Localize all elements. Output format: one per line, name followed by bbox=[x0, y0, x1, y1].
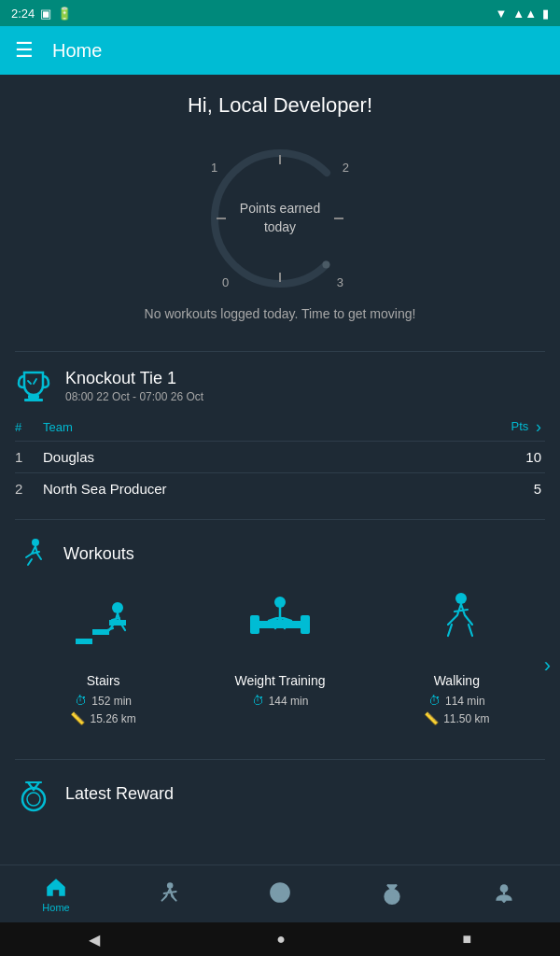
activity-icon bbox=[156, 880, 180, 905]
battery-full-icon: ▮ bbox=[542, 7, 549, 21]
col-team: Team bbox=[43, 414, 437, 442]
workouts-chevron-icon[interactable]: › bbox=[544, 654, 551, 678]
knockout-header: Knockout Tie 1 08:00 22 Oct - 07:00 26 O… bbox=[15, 367, 545, 404]
battery-icon: 🔋 bbox=[57, 7, 72, 21]
trophy-icon bbox=[15, 367, 52, 404]
svg-rect-15 bbox=[301, 615, 310, 634]
leaderboard-table: # Team Pts › 1 Douglas 10 2 North Sea Pr… bbox=[15, 414, 545, 504]
stairs-figure bbox=[66, 587, 141, 662]
bottom-nav: Home bbox=[0, 865, 560, 922]
svg-point-16 bbox=[274, 597, 286, 608]
svg-point-12 bbox=[112, 602, 123, 613]
workout-card-weight-training[interactable]: Weight Training ⏱ 144 min bbox=[191, 587, 368, 726]
svg-point-19 bbox=[27, 793, 40, 806]
walking-figure bbox=[419, 587, 494, 662]
page-title: Home bbox=[52, 40, 102, 62]
col-hash: # bbox=[15, 414, 43, 442]
notification-icon: ▣ bbox=[40, 7, 51, 21]
gauge-container: 1 2 0 3 Points earned today bbox=[196, 134, 364, 302]
svg-point-22 bbox=[276, 889, 285, 897]
svg-rect-9 bbox=[76, 639, 92, 644]
team-2: North Sea Producer bbox=[43, 473, 437, 505]
pts-2: 5 bbox=[437, 473, 545, 505]
stairs-distance: 📏 15.26 km bbox=[22, 711, 184, 725]
walking-time: ⏱ 114 min bbox=[376, 694, 538, 708]
svg-point-29 bbox=[389, 893, 396, 900]
points-gauge-section: 1 2 0 3 Points earned today No workouts … bbox=[0, 125, 560, 351]
rank-1: 1 bbox=[15, 442, 43, 473]
workouts-icon bbox=[15, 535, 52, 572]
svg-rect-14 bbox=[250, 615, 259, 634]
main-content: Hi, Local Developer! 1 2 0 3 Points bbox=[0, 75, 560, 865]
ruler-icon: 📏 bbox=[70, 711, 85, 725]
stairs-name: Stairs bbox=[22, 673, 184, 688]
svg-point-30 bbox=[500, 884, 509, 893]
svg-point-18 bbox=[22, 788, 45, 810]
reward-section: Latest Reward bbox=[0, 760, 560, 812]
status-time: 2:24 bbox=[11, 7, 35, 21]
top-bar: ☰ Home bbox=[0, 26, 560, 75]
weight-training-name: Weight Training bbox=[199, 673, 360, 688]
nav-item-home[interactable]: Home bbox=[0, 875, 112, 913]
log-icon bbox=[268, 880, 292, 905]
knockout-dates: 08:00 22 Oct - 07:00 26 Oct bbox=[65, 390, 203, 403]
greeting-text: Hi, Local Developer! bbox=[0, 75, 560, 125]
reward-title: Latest Reward bbox=[65, 784, 174, 804]
ruler-icon-walk: 📏 bbox=[424, 711, 439, 725]
nav-item-profile[interactable] bbox=[448, 880, 560, 907]
svg-point-17 bbox=[455, 593, 467, 604]
workouts-title: Workouts bbox=[63, 544, 134, 564]
nav-label-home: Home bbox=[42, 902, 69, 913]
reward-icon bbox=[15, 775, 52, 812]
gauge-svg bbox=[196, 134, 364, 302]
workout-card-walking[interactable]: Walking ⏱ 114 min 📏 11.50 km bbox=[369, 587, 545, 744]
menu-icon[interactable]: ☰ bbox=[15, 38, 34, 63]
knockout-title: Knockout Tie 1 bbox=[65, 369, 203, 388]
nav-item-log[interactable] bbox=[224, 880, 336, 907]
nav-item-rewards[interactable] bbox=[336, 880, 448, 907]
svg-rect-7 bbox=[24, 399, 43, 401]
workouts-section: Workouts Stairs ⏱ 15 bbox=[0, 520, 560, 744]
no-workouts-message: No workouts logged today. Time to get mo… bbox=[130, 302, 431, 336]
team-1: Douglas bbox=[43, 442, 437, 473]
workout-card-stairs[interactable]: Stairs ⏱ 152 min 📏 15.26 km bbox=[15, 587, 191, 744]
pts-arrow-icon: › bbox=[536, 417, 541, 436]
stairs-time: ⏱ 152 min bbox=[22, 694, 184, 708]
signal-icon: ▲▲ bbox=[512, 7, 537, 21]
walking-distance: 📏 11.50 km bbox=[376, 711, 538, 725]
col-pts: Pts › bbox=[437, 414, 545, 442]
pts-1: 10 bbox=[437, 442, 545, 473]
status-bar: 2:24 ▣ 🔋 ▼ ▲▲ ▮ bbox=[0, 0, 560, 26]
rank-2: 2 bbox=[15, 473, 43, 505]
clock-icon-wt: ⏱ bbox=[252, 694, 264, 708]
workout-cards: Stairs ⏱ 152 min 📏 15.26 km bbox=[15, 587, 545, 744]
rewards-icon bbox=[380, 880, 404, 905]
clock-icon: ⏱ bbox=[75, 694, 87, 708]
walking-name: Walking bbox=[376, 673, 538, 688]
wifi-icon: ▼ bbox=[495, 7, 507, 21]
profile-icon bbox=[492, 880, 516, 905]
android-home-btn[interactable]: ● bbox=[276, 931, 286, 948]
android-back-btn[interactable]: ◀ bbox=[89, 931, 100, 949]
nav-item-activity[interactable] bbox=[112, 880, 224, 907]
weight-training-figure bbox=[243, 587, 317, 662]
home-icon bbox=[44, 875, 68, 899]
android-recents-btn[interactable]: ■ bbox=[463, 931, 472, 948]
table-row: 2 North Sea Producer 5 bbox=[15, 473, 545, 505]
table-row: 1 Douglas 10 bbox=[15, 442, 545, 473]
weight-training-time: ⏱ 144 min bbox=[199, 694, 360, 708]
android-nav-bar: ◀ ● ■ bbox=[0, 922, 560, 956]
svg-point-8 bbox=[32, 539, 39, 546]
clock-icon-walk: ⏱ bbox=[428, 694, 441, 708]
workouts-header: Workouts bbox=[15, 535, 545, 572]
knockout-section: Knockout Tie 1 08:00 22 Oct - 07:00 26 O… bbox=[0, 352, 560, 504]
knockout-info: Knockout Tie 1 08:00 22 Oct - 07:00 26 O… bbox=[65, 369, 203, 403]
